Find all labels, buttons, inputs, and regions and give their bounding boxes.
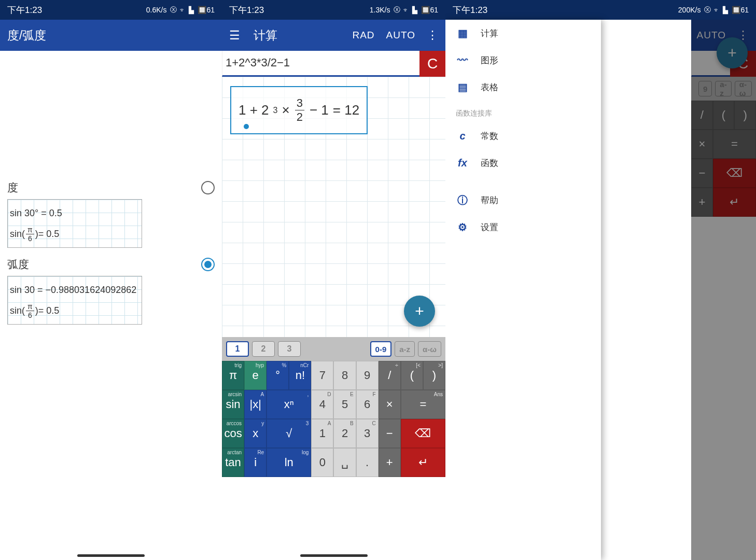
app-bar: 度/弧度 [0, 20, 222, 51]
drawer-item-计算[interactable]: ▦计算 [445, 20, 601, 47]
key-1[interactable]: A1 [311, 419, 333, 448]
option-radians[interactable]: 弧度 [7, 257, 215, 272]
keyboard-tabs: 123 0-9a-zα-ω [222, 337, 445, 361]
kbd-mode-a-z[interactable]: a-z [395, 341, 415, 357]
option-degrees[interactable]: 度 [7, 180, 215, 195]
option-degrees-label: 度 [7, 180, 18, 195]
key-π[interactable]: trigπ [222, 361, 244, 390]
key-+[interactable]: + [379, 448, 401, 477]
clock: 下午1:23 [453, 4, 487, 16]
status-icons: 1.3K/s ⓧᯤ▙ 🔲61 [370, 5, 438, 15]
drawer-item-设置[interactable]: ⚙设置 [445, 214, 601, 241]
battery-icon: 🔲61 [198, 6, 215, 14]
key-7[interactable]: 7 [311, 361, 333, 390]
dimmed-background[interactable]: AUTO ⋮ C + 9 a-z α-ω /()×=−⌫+↵ [691, 20, 756, 560]
key-6[interactable]: F6 [356, 390, 379, 419]
phone-2-calculator: 下午1:23 1.3K/s ⓧᯤ▙ 🔲61 ☰ 计算 RAD AUTO ⋮ 1+… [222, 0, 445, 560]
kbd-mode-α-ω[interactable]: α-ω [418, 341, 441, 357]
signal-icons: ⓧᯤ▙ [394, 5, 417, 15]
key-␣[interactable]: ␣ [333, 448, 356, 477]
key-0[interactable]: 0 [311, 448, 333, 477]
drawer-item-表格[interactable]: ▤表格 [445, 74, 601, 101]
clear-button[interactable]: C [419, 51, 445, 77]
rad-example-2: sin ( π6 ) = 0.5 [10, 300, 139, 321]
calculation-canvas[interactable]: 1 + 2 3 × 32 − 1 = 12 + [222, 77, 445, 337]
key-9[interactable]: 9 [356, 361, 379, 390]
kbd-tab-2[interactable]: 2 [252, 341, 275, 357]
battery-icon: 🔲61 [421, 6, 438, 14]
drawer-icon: ⚙ [456, 220, 469, 234]
key-2[interactable]: B2 [333, 419, 356, 448]
expr-exponent: 3 [273, 106, 278, 115]
rad-example-1: sin 30 = −0.988031624092862 [10, 279, 139, 300]
radio-radians[interactable] [201, 258, 215, 271]
radio-degrees[interactable] [201, 181, 215, 194]
key-↵[interactable]: ↵ [401, 448, 445, 477]
menu-icon[interactable]: ☰ [229, 29, 240, 43]
status-bar: 下午1:23 1.3K/s ⓧᯤ▙ 🔲61 [222, 0, 445, 20]
key-4[interactable]: D4 [311, 390, 333, 419]
page-title: 计算 [254, 27, 277, 44]
key-)[interactable]: >]) [423, 361, 445, 390]
example-radians: sin 30 = −0.988031624092862 sin ( π6 ) =… [7, 276, 142, 325]
settings-body: 度 sin 30° = 0.5 sin ( π6 ) = 0.5 弧度 sin … [0, 180, 222, 560]
deg-example-2: sin ( π6 ) = 0.5 [10, 223, 139, 244]
key-|x|[interactable]: A|x| [244, 390, 267, 419]
expr-result: = 12 [333, 102, 359, 118]
drawer-icon: ⓘ [456, 193, 469, 207]
input-row: 1+2^3*3/2−1 C [222, 51, 445, 77]
drawer-icon: 〰 [456, 53, 469, 67]
drawer-item-函数[interactable]: fx函数 [445, 149, 601, 176]
key-/[interactable]: ÷/ [379, 361, 401, 390]
add-fab[interactable]: + [404, 296, 435, 327]
key-cos[interactable]: arccoscos [222, 419, 244, 448]
nav-pill [77, 554, 145, 557]
key-tan[interactable]: arctantan [222, 448, 244, 477]
key-.[interactable]: . [356, 448, 379, 477]
deg-example-1: sin 30° = 0.5 [10, 203, 139, 223]
drawer-section-header: 函数连接库 [445, 101, 601, 122]
key-°[interactable]: %° [267, 361, 289, 390]
key-e[interactable]: hype [244, 361, 267, 390]
key-x[interactable]: yx [244, 419, 267, 448]
nav-pill [300, 554, 368, 557]
key-5[interactable]: E5 [333, 390, 356, 419]
result-box[interactable]: 1 + 2 3 × 32 − 1 = 12 [230, 86, 368, 134]
key-i[interactable]: Rei [244, 448, 267, 477]
key-sin[interactable]: arcsinsin [222, 390, 244, 419]
page-title: 度/弧度 [7, 27, 46, 44]
status-icons: 200K/s ⓧᯤ▙ 🔲61 [678, 5, 749, 15]
phone-1-degrees-radians: 下午1:23 0.6K/s ⓧᯤ▙ 🔲61 度/弧度 度 sin 30° = 0… [0, 0, 222, 560]
key-xⁿ[interactable]: ,xⁿ [267, 390, 311, 419]
kbd-tab-1[interactable]: 1 [226, 341, 249, 357]
drawer-item-常数[interactable]: c常数 [445, 122, 601, 149]
drawer-label: 常数 [481, 130, 498, 142]
drawer-icon: c [456, 129, 469, 143]
kbd-tab-3[interactable]: 3 [278, 341, 301, 357]
key-8[interactable]: 8 [333, 361, 356, 390]
key-√[interactable]: 3√ [267, 419, 311, 448]
drawer-label: 图形 [481, 54, 498, 66]
drawer-icon: ▦ [456, 26, 469, 40]
drawer-label: 表格 [481, 81, 498, 93]
auto-toggle[interactable]: AUTO [386, 30, 415, 41]
expression-input[interactable]: 1+2^3*3/2−1 [222, 51, 419, 77]
key-ln[interactable]: logln [267, 448, 311, 477]
net-speed: 0.6K/s [146, 6, 167, 14]
key-n![interactable]: nCrn! [289, 361, 311, 390]
drawer-label: 计算 [481, 27, 498, 39]
key-×[interactable]: × [379, 390, 401, 419]
kbd-mode-0-9[interactable]: 0-9 [370, 341, 392, 357]
key-⌫[interactable]: ⌫ [401, 419, 445, 448]
battery-icon: 🔲61 [732, 6, 749, 14]
overflow-icon[interactable]: ⋮ [427, 29, 438, 42]
phone-3-drawer: 下午1:23 200K/s ⓧᯤ▙ 🔲61 ▦计算〰图形▤表格 函数连接库 c常… [445, 0, 756, 560]
key-([interactable]: [<( [401, 361, 423, 390]
key-3[interactable]: C3 [356, 419, 379, 448]
drawer-item-帮助[interactable]: ⓘ帮助 [445, 187, 601, 214]
key-=[interactable]: Ans= [401, 390, 445, 419]
drawer-item-图形[interactable]: 〰图形 [445, 47, 601, 74]
key-−[interactable]: − [379, 419, 401, 448]
status-bar: 下午1:23 0.6K/s ⓧᯤ▙ 🔲61 [0, 0, 222, 20]
rad-toggle[interactable]: RAD [352, 30, 374, 41]
